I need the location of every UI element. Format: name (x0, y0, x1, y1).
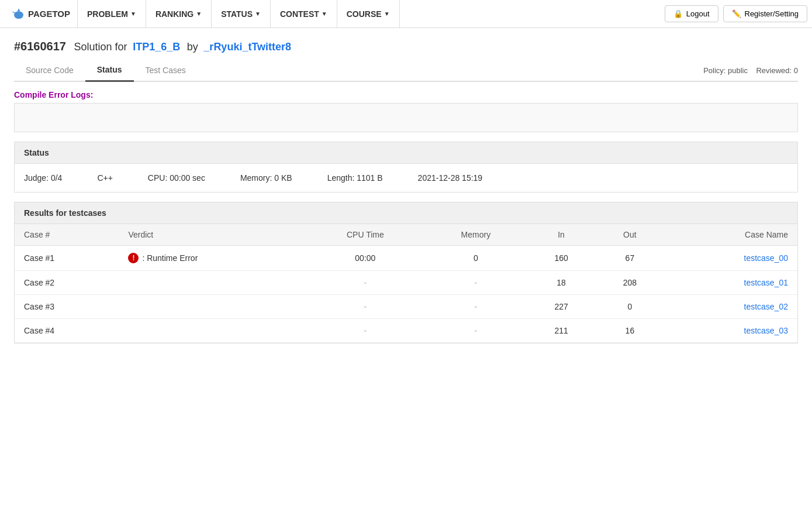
chevron-down-icon: ▼ (384, 11, 390, 17)
submission-header: #6160617 Solution for ITP1_6_B by _rRyuk… (14, 28, 798, 59)
logout-label: Logout (686, 9, 710, 18)
results-section: Results for testcases Case # Verdict CPU… (14, 202, 798, 343)
cpu-time-cell: - (306, 271, 424, 295)
brand-label: PAGETOP (28, 9, 70, 19)
out-cell: 16 (596, 319, 664, 343)
error-icon: ! (128, 253, 139, 263)
cpu-value: CPU: 00:00 sec (148, 173, 205, 183)
testcase-link[interactable]: testcase_01 (744, 278, 789, 287)
in-cell: 160 (527, 246, 595, 271)
col-verdict: Verdict (119, 224, 306, 246)
chevron-down-icon: ▼ (255, 11, 261, 17)
length-value: Length: 1101 B (327, 173, 383, 183)
nav-actions: 🔒 Logout ✏️ Register/Setting (665, 5, 807, 22)
table-row: Case #2--18208testcase_01 (15, 271, 797, 295)
in-cell: 18 (527, 271, 595, 295)
case-num-cell: Case #4 (15, 319, 119, 343)
brand[interactable]: PAGETOP (5, 0, 78, 28)
edit-icon: ✏️ (732, 9, 741, 18)
tab-test-cases[interactable]: Test Cases (134, 60, 198, 82)
lock-icon: 🔒 (673, 9, 683, 18)
nav-ranking[interactable]: RANKING ▼ (146, 0, 212, 28)
chevron-down-icon: ▼ (322, 11, 327, 17)
nav-problem[interactable]: PROBLEM ▼ (78, 0, 146, 28)
navbar: PAGETOP PROBLEM ▼ RANKING ▼ STATUS ▼ CON… (0, 0, 812, 28)
in-cell: 227 (527, 295, 595, 319)
problem-link[interactable]: ITP1_6_B (133, 41, 180, 53)
memory-cell: - (424, 271, 527, 295)
solution-for-label: Solution for (74, 41, 127, 53)
by-label: by (187, 41, 198, 53)
verdict-cell: !: Runtime Error (119, 246, 306, 271)
out-cell: 208 (596, 271, 664, 295)
nav-course-label: COURSE (347, 9, 382, 19)
out-cell: 67 (596, 246, 664, 271)
bird-icon (12, 8, 26, 20)
logout-button[interactable]: 🔒 Logout (665, 5, 718, 22)
col-case-num: Case # (15, 224, 119, 246)
compile-error-box (14, 103, 798, 132)
submission-id: #6160617 (14, 40, 66, 53)
case-name-cell[interactable]: testcase_00 (664, 246, 797, 271)
testcase-link[interactable]: testcase_02 (744, 302, 789, 311)
table-row: Case #3--2270testcase_02 (15, 295, 797, 319)
results-table-body: Case #1!: Runtime Error00:00016067testca… (15, 246, 797, 343)
nav-ranking-label: RANKING (156, 9, 194, 19)
status-details: Judge: 0/4 C++ CPU: 00:00 sec Memory: 0 … (15, 164, 797, 192)
page-content: #6160617 Solution for ITP1_6_B by _rRyuk… (0, 28, 812, 343)
table-row: Case #4--21116testcase_03 (15, 319, 797, 343)
verdict-cell (119, 295, 306, 319)
nav-status-label: STATUS (221, 9, 253, 19)
verdict-text: : Runtime Error (142, 253, 198, 263)
memory-cell: - (424, 295, 527, 319)
case-name-cell[interactable]: testcase_03 (664, 319, 797, 343)
username-link[interactable]: _rRyuki_tTwitter8 (203, 41, 291, 53)
reviewed-label: Reviewed: 0 (756, 66, 798, 75)
svg-marker-2 (18, 8, 20, 11)
tab-bar: Source Code Status Test Cases Policy: pu… (14, 59, 798, 82)
language-value: C++ (97, 173, 112, 183)
results-table-header-row: Case # Verdict CPU Time Memory In Out Ca… (15, 224, 797, 246)
cpu-time-cell: - (306, 319, 424, 343)
nav-course[interactable]: COURSE ▼ (337, 0, 400, 28)
case-name-cell[interactable]: testcase_01 (664, 271, 797, 295)
memory-cell: - (424, 319, 527, 343)
nav-problem-label: PROBLEM (87, 9, 128, 19)
svg-point-0 (14, 11, 23, 19)
results-table: Case # Verdict CPU Time Memory In Out Ca… (15, 224, 797, 343)
results-section-header: Results for testcases (15, 202, 797, 224)
results-table-head: Case # Verdict CPU Time Memory In Out Ca… (15, 224, 797, 246)
case-num-cell: Case #3 (15, 295, 119, 319)
tab-policy: Policy: public Reviewed: 0 (703, 66, 798, 81)
nav-contest-label: CONTEST (280, 9, 319, 19)
testcase-link[interactable]: testcase_00 (744, 253, 789, 263)
cpu-time-cell: 00:00 (306, 246, 424, 271)
col-in: In (527, 224, 595, 246)
verdict-cell (119, 319, 306, 343)
status-section: Status Judge: 0/4 C++ CPU: 00:00 sec Mem… (14, 142, 798, 193)
col-case-name: Case Name (664, 224, 797, 246)
tab-status[interactable]: Status (85, 59, 134, 82)
compile-error-label: Compile Error Logs: (14, 82, 798, 103)
nav-status[interactable]: STATUS ▼ (212, 0, 271, 28)
register-setting-button[interactable]: ✏️ Register/Setting (723, 5, 808, 22)
cpu-time-cell: - (306, 295, 424, 319)
status-section-header: Status (15, 142, 797, 164)
case-name-cell[interactable]: testcase_02 (664, 295, 797, 319)
chevron-down-icon: ▼ (130, 11, 136, 17)
col-out: Out (596, 224, 664, 246)
tab-source-code[interactable]: Source Code (14, 60, 85, 82)
table-row: Case #1!: Runtime Error00:00016067testca… (15, 246, 797, 271)
register-setting-label: Register/Setting (745, 9, 799, 18)
testcase-link[interactable]: testcase_03 (744, 326, 789, 335)
svg-marker-1 (12, 11, 15, 13)
col-cpu-time: CPU Time (306, 224, 424, 246)
policy-label: Policy: public (703, 66, 748, 75)
nav-contest[interactable]: CONTEST ▼ (271, 0, 337, 28)
case-num-cell: Case #2 (15, 271, 119, 295)
out-cell: 0 (596, 295, 664, 319)
judge-value: Judge: 0/4 (24, 173, 62, 183)
chevron-down-icon: ▼ (196, 11, 202, 17)
memory-cell: 0 (424, 246, 527, 271)
datetime-value: 2021-12-28 15:19 (418, 173, 483, 183)
